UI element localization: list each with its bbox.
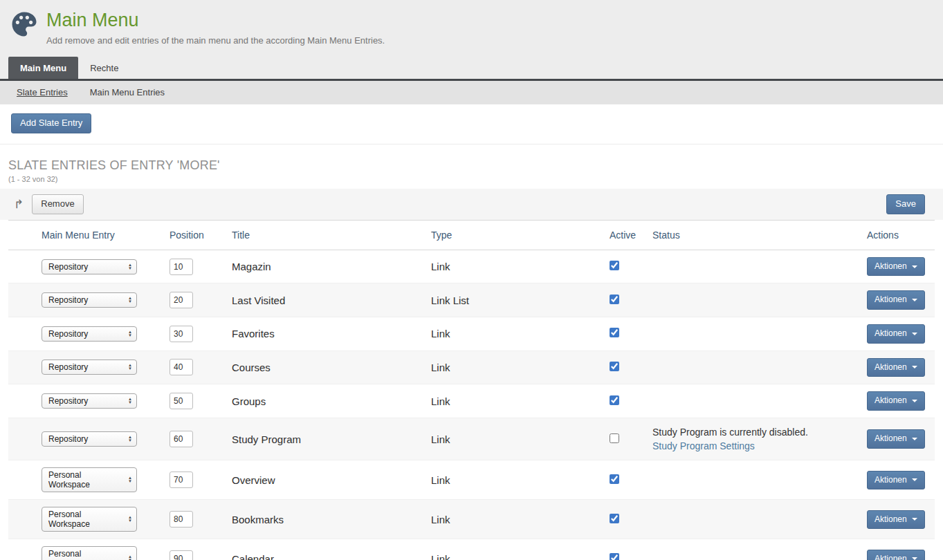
actions-dropdown-label: Aktionen xyxy=(875,362,907,373)
position-input[interactable] xyxy=(170,511,193,528)
table-row: Repository ▲▼ Magazin Link Aktionen xyxy=(8,250,935,283)
add-slate-entry-button[interactable]: Add Slate Entry xyxy=(11,113,91,133)
subtab-main-menu-entries[interactable]: Main Menu Entries xyxy=(90,87,165,97)
tab-main-menu[interactable]: Main Menu xyxy=(8,57,78,79)
caret-down-icon xyxy=(912,333,917,335)
actions-dropdown-label: Aktionen xyxy=(875,554,907,560)
col-header-status: Status xyxy=(647,220,861,250)
position-input[interactable] xyxy=(170,431,193,447)
actions-dropdown-label: Aktionen xyxy=(875,475,907,486)
active-checkbox[interactable] xyxy=(610,328,619,337)
actions-dropdown-button[interactable]: Aktionen xyxy=(867,290,925,310)
select-arrows-icon: ▲▼ xyxy=(128,555,132,560)
actions-dropdown-button[interactable]: Aktionen xyxy=(867,471,925,490)
row-type: Link xyxy=(425,317,604,351)
main-menu-entry-select[interactable]: Repository ▲▼ xyxy=(42,431,137,447)
select-value: Repository xyxy=(48,434,88,444)
position-input[interactable] xyxy=(170,550,193,560)
select-value: Repository xyxy=(48,329,88,339)
subtab-bar: Slate Entries Main Menu Entries xyxy=(0,81,943,104)
row-type: Link xyxy=(425,418,604,460)
active-checkbox[interactable] xyxy=(610,474,619,484)
main-menu-entry-select[interactable]: Repository ▲▼ xyxy=(42,326,137,342)
select-arrows-icon: ▲▼ xyxy=(128,516,132,523)
row-type: Link xyxy=(425,384,604,418)
position-input[interactable] xyxy=(170,292,193,308)
result-count: (1 - 32 von 32) xyxy=(8,175,935,183)
tab-rechte[interactable]: Rechte xyxy=(78,57,130,79)
main-menu-entry-select[interactable]: Personal Workspace ▲▼ xyxy=(42,467,137,492)
active-checkbox[interactable] xyxy=(610,362,619,371)
position-input[interactable] xyxy=(170,472,193,488)
main-menu-entry-select[interactable]: Personal Workspace ▲▼ xyxy=(42,507,137,532)
select-value: Repository xyxy=(48,396,88,406)
table-row: Repository ▲▼ Groups Link Aktionen xyxy=(8,384,935,418)
col-header-title: Title xyxy=(226,220,425,250)
table-row: Personal Workspace ▲▼ Calendar Link Akti… xyxy=(8,539,935,560)
subtab-slate-entries[interactable]: Slate Entries xyxy=(17,87,68,97)
position-input[interactable] xyxy=(170,359,193,375)
row-title: Courses xyxy=(226,351,425,384)
caret-down-icon xyxy=(912,366,917,368)
row-title: Calendar xyxy=(226,539,425,560)
remove-button[interactable]: Remove xyxy=(32,194,83,214)
table-row: Repository ▲▼ Favorites Link Aktionen xyxy=(8,317,935,351)
table-row: Repository ▲▼ Study Program Link Study P… xyxy=(8,418,935,460)
select-arrows-icon: ▲▼ xyxy=(128,263,132,270)
header-spacer xyxy=(8,220,36,250)
actions-dropdown-button[interactable]: Aktionen xyxy=(867,550,925,560)
select-value: Repository xyxy=(48,362,88,372)
row-type: Link xyxy=(425,539,604,560)
main-menu-entry-select[interactable]: Personal Workspace ▲▼ xyxy=(42,546,137,560)
actions-dropdown-button[interactable]: Aktionen xyxy=(867,257,925,277)
active-checkbox[interactable] xyxy=(610,433,619,443)
caret-down-icon xyxy=(912,557,917,560)
slate-entries-table: Main Menu Entry Position Title Type Acti… xyxy=(8,220,935,560)
row-title: Last Visited xyxy=(226,283,425,317)
position-input[interactable] xyxy=(170,326,193,342)
save-button[interactable]: Save xyxy=(886,194,925,214)
select-arrows-icon: ▲▼ xyxy=(128,476,132,483)
row-title: Bookmarks xyxy=(226,500,425,539)
actions-dropdown-label: Aktionen xyxy=(875,395,907,407)
active-checkbox[interactable] xyxy=(610,395,619,405)
main-menu-entry-select[interactable]: Repository ▲▼ xyxy=(42,360,137,375)
actions-dropdown-button[interactable]: Aktionen xyxy=(867,324,925,344)
palette-icon xyxy=(10,10,39,39)
active-checkbox[interactable] xyxy=(610,261,619,270)
table-row: Personal Workspace ▲▼ Overview Link Akti… xyxy=(8,460,935,500)
status-link[interactable]: Study Program Settings xyxy=(652,439,755,453)
active-checkbox[interactable] xyxy=(610,553,619,560)
row-title: Overview xyxy=(226,460,425,500)
select-value: Personal Workspace xyxy=(48,549,122,560)
actions-dropdown-label: Aktionen xyxy=(875,261,907,272)
toolbar: Add Slate Entry xyxy=(0,104,943,144)
actions-dropdown-button[interactable]: Aktionen xyxy=(867,391,925,411)
section-title: SLATE ENTRIES OF ENTRY 'MORE' xyxy=(8,158,935,173)
select-value: Personal Workspace xyxy=(48,470,122,489)
page-header: Main Menu Add remove and edit entries of… xyxy=(0,0,943,79)
caret-down-icon xyxy=(912,518,917,521)
table-header-row: Main Menu Entry Position Title Type Acti… xyxy=(8,220,935,250)
actions-dropdown-label: Aktionen xyxy=(875,433,907,445)
position-input[interactable] xyxy=(170,393,193,409)
caret-down-icon xyxy=(912,400,917,402)
caret-down-icon xyxy=(912,438,917,440)
actions-dropdown-button[interactable]: Aktionen xyxy=(867,510,925,530)
main-menu-entry-select[interactable]: Repository ▲▼ xyxy=(42,393,137,409)
caret-down-icon xyxy=(912,265,917,268)
col-header-actions: Actions xyxy=(861,220,935,250)
row-type: Link List xyxy=(425,283,604,317)
position-input[interactable] xyxy=(170,259,193,275)
actions-dropdown-button[interactable]: Aktionen xyxy=(867,429,925,449)
main-menu-entry-select[interactable]: Repository ▲▼ xyxy=(42,292,137,308)
select-arrows-icon: ▲▼ xyxy=(128,398,132,404)
active-checkbox[interactable] xyxy=(610,295,619,304)
active-checkbox[interactable] xyxy=(610,514,619,523)
main-menu-entry-select[interactable]: Repository ▲▼ xyxy=(42,259,137,274)
select-arrows-icon: ▲▼ xyxy=(128,364,132,371)
actions-dropdown-button[interactable]: Aktionen xyxy=(867,358,925,377)
row-title: Favorites xyxy=(226,317,425,351)
row-type: Link xyxy=(425,460,604,500)
row-type: Link xyxy=(425,351,604,384)
